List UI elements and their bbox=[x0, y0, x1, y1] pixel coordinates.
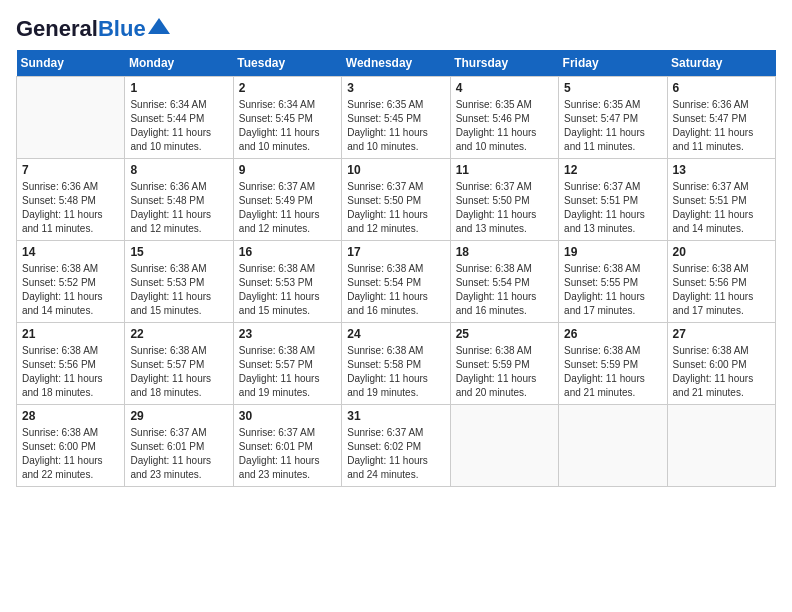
day-cell-20: 20Sunrise: 6:38 AM Sunset: 5:56 PM Dayli… bbox=[667, 241, 775, 323]
column-header-saturday: Saturday bbox=[667, 50, 775, 77]
calendar-week-3: 21Sunrise: 6:38 AM Sunset: 5:56 PM Dayli… bbox=[17, 323, 776, 405]
day-cell-27: 27Sunrise: 6:38 AM Sunset: 6:00 PM Dayli… bbox=[667, 323, 775, 405]
calendar-week-4: 28Sunrise: 6:38 AM Sunset: 6:00 PM Dayli… bbox=[17, 405, 776, 487]
column-header-tuesday: Tuesday bbox=[233, 50, 341, 77]
day-info: Sunrise: 6:37 AM Sunset: 5:51 PM Dayligh… bbox=[564, 180, 661, 236]
day-cell-9: 9Sunrise: 6:37 AM Sunset: 5:49 PM Daylig… bbox=[233, 159, 341, 241]
day-cell-29: 29Sunrise: 6:37 AM Sunset: 6:01 PM Dayli… bbox=[125, 405, 233, 487]
day-info: Sunrise: 6:38 AM Sunset: 5:58 PM Dayligh… bbox=[347, 344, 444, 400]
day-cell-30: 30Sunrise: 6:37 AM Sunset: 6:01 PM Dayli… bbox=[233, 405, 341, 487]
day-info: Sunrise: 6:36 AM Sunset: 5:48 PM Dayligh… bbox=[22, 180, 119, 236]
day-info: Sunrise: 6:35 AM Sunset: 5:45 PM Dayligh… bbox=[347, 98, 444, 154]
calendar-week-2: 14Sunrise: 6:38 AM Sunset: 5:52 PM Dayli… bbox=[17, 241, 776, 323]
page-header: GeneralBlue bbox=[16, 16, 776, 42]
day-cell-7: 7Sunrise: 6:36 AM Sunset: 5:48 PM Daylig… bbox=[17, 159, 125, 241]
empty-cell bbox=[667, 405, 775, 487]
day-number: 6 bbox=[673, 81, 770, 95]
day-cell-23: 23Sunrise: 6:38 AM Sunset: 5:57 PM Dayli… bbox=[233, 323, 341, 405]
day-info: Sunrise: 6:38 AM Sunset: 6:00 PM Dayligh… bbox=[22, 426, 119, 482]
day-cell-15: 15Sunrise: 6:38 AM Sunset: 5:53 PM Dayli… bbox=[125, 241, 233, 323]
day-number: 16 bbox=[239, 245, 336, 259]
day-info: Sunrise: 6:37 AM Sunset: 6:02 PM Dayligh… bbox=[347, 426, 444, 482]
day-cell-4: 4Sunrise: 6:35 AM Sunset: 5:46 PM Daylig… bbox=[450, 77, 558, 159]
calendar-week-1: 7Sunrise: 6:36 AM Sunset: 5:48 PM Daylig… bbox=[17, 159, 776, 241]
day-cell-12: 12Sunrise: 6:37 AM Sunset: 5:51 PM Dayli… bbox=[559, 159, 667, 241]
day-info: Sunrise: 6:38 AM Sunset: 5:59 PM Dayligh… bbox=[456, 344, 553, 400]
logo-text: GeneralBlue bbox=[16, 16, 146, 42]
day-number: 10 bbox=[347, 163, 444, 177]
day-info: Sunrise: 6:35 AM Sunset: 5:46 PM Dayligh… bbox=[456, 98, 553, 154]
day-info: Sunrise: 6:37 AM Sunset: 5:51 PM Dayligh… bbox=[673, 180, 770, 236]
day-info: Sunrise: 6:38 AM Sunset: 5:56 PM Dayligh… bbox=[673, 262, 770, 318]
day-info: Sunrise: 6:37 AM Sunset: 6:01 PM Dayligh… bbox=[130, 426, 227, 482]
day-info: Sunrise: 6:37 AM Sunset: 5:49 PM Dayligh… bbox=[239, 180, 336, 236]
day-number: 28 bbox=[22, 409, 119, 423]
day-number: 26 bbox=[564, 327, 661, 341]
day-info: Sunrise: 6:38 AM Sunset: 5:57 PM Dayligh… bbox=[130, 344, 227, 400]
logo-icon bbox=[148, 18, 170, 34]
calendar-week-0: 1Sunrise: 6:34 AM Sunset: 5:44 PM Daylig… bbox=[17, 77, 776, 159]
day-number: 23 bbox=[239, 327, 336, 341]
day-cell-18: 18Sunrise: 6:38 AM Sunset: 5:54 PM Dayli… bbox=[450, 241, 558, 323]
day-number: 25 bbox=[456, 327, 553, 341]
day-number: 22 bbox=[130, 327, 227, 341]
day-info: Sunrise: 6:34 AM Sunset: 5:45 PM Dayligh… bbox=[239, 98, 336, 154]
day-cell-22: 22Sunrise: 6:38 AM Sunset: 5:57 PM Dayli… bbox=[125, 323, 233, 405]
day-cell-19: 19Sunrise: 6:38 AM Sunset: 5:55 PM Dayli… bbox=[559, 241, 667, 323]
day-info: Sunrise: 6:38 AM Sunset: 5:53 PM Dayligh… bbox=[239, 262, 336, 318]
day-number: 13 bbox=[673, 163, 770, 177]
day-cell-6: 6Sunrise: 6:36 AM Sunset: 5:47 PM Daylig… bbox=[667, 77, 775, 159]
calendar-table: SundayMondayTuesdayWednesdayThursdayFrid… bbox=[16, 50, 776, 487]
empty-cell bbox=[17, 77, 125, 159]
day-number: 1 bbox=[130, 81, 227, 95]
day-info: Sunrise: 6:37 AM Sunset: 5:50 PM Dayligh… bbox=[347, 180, 444, 236]
day-cell-16: 16Sunrise: 6:38 AM Sunset: 5:53 PM Dayli… bbox=[233, 241, 341, 323]
day-info: Sunrise: 6:38 AM Sunset: 5:53 PM Dayligh… bbox=[130, 262, 227, 318]
day-cell-1: 1Sunrise: 6:34 AM Sunset: 5:44 PM Daylig… bbox=[125, 77, 233, 159]
day-number: 31 bbox=[347, 409, 444, 423]
day-cell-31: 31Sunrise: 6:37 AM Sunset: 6:02 PM Dayli… bbox=[342, 405, 450, 487]
day-info: Sunrise: 6:36 AM Sunset: 5:48 PM Dayligh… bbox=[130, 180, 227, 236]
day-number: 21 bbox=[22, 327, 119, 341]
day-number: 15 bbox=[130, 245, 227, 259]
day-info: Sunrise: 6:37 AM Sunset: 6:01 PM Dayligh… bbox=[239, 426, 336, 482]
day-cell-14: 14Sunrise: 6:38 AM Sunset: 5:52 PM Dayli… bbox=[17, 241, 125, 323]
day-number: 7 bbox=[22, 163, 119, 177]
day-info: Sunrise: 6:38 AM Sunset: 5:54 PM Dayligh… bbox=[347, 262, 444, 318]
column-header-monday: Monday bbox=[125, 50, 233, 77]
column-header-thursday: Thursday bbox=[450, 50, 558, 77]
day-number: 9 bbox=[239, 163, 336, 177]
day-cell-11: 11Sunrise: 6:37 AM Sunset: 5:50 PM Dayli… bbox=[450, 159, 558, 241]
day-cell-26: 26Sunrise: 6:38 AM Sunset: 5:59 PM Dayli… bbox=[559, 323, 667, 405]
day-info: Sunrise: 6:38 AM Sunset: 6:00 PM Dayligh… bbox=[673, 344, 770, 400]
day-cell-5: 5Sunrise: 6:35 AM Sunset: 5:47 PM Daylig… bbox=[559, 77, 667, 159]
day-number: 14 bbox=[22, 245, 119, 259]
day-number: 3 bbox=[347, 81, 444, 95]
day-cell-10: 10Sunrise: 6:37 AM Sunset: 5:50 PM Dayli… bbox=[342, 159, 450, 241]
calendar-header-row: SundayMondayTuesdayWednesdayThursdayFrid… bbox=[17, 50, 776, 77]
day-cell-17: 17Sunrise: 6:38 AM Sunset: 5:54 PM Dayli… bbox=[342, 241, 450, 323]
day-number: 18 bbox=[456, 245, 553, 259]
day-number: 30 bbox=[239, 409, 336, 423]
day-number: 4 bbox=[456, 81, 553, 95]
column-header-sunday: Sunday bbox=[17, 50, 125, 77]
day-info: Sunrise: 6:34 AM Sunset: 5:44 PM Dayligh… bbox=[130, 98, 227, 154]
logo: GeneralBlue bbox=[16, 16, 170, 42]
day-number: 2 bbox=[239, 81, 336, 95]
day-cell-24: 24Sunrise: 6:38 AM Sunset: 5:58 PM Dayli… bbox=[342, 323, 450, 405]
day-number: 29 bbox=[130, 409, 227, 423]
day-number: 27 bbox=[673, 327, 770, 341]
day-info: Sunrise: 6:38 AM Sunset: 5:52 PM Dayligh… bbox=[22, 262, 119, 318]
day-info: Sunrise: 6:38 AM Sunset: 5:56 PM Dayligh… bbox=[22, 344, 119, 400]
day-info: Sunrise: 6:36 AM Sunset: 5:47 PM Dayligh… bbox=[673, 98, 770, 154]
day-number: 24 bbox=[347, 327, 444, 341]
logo-general: General bbox=[16, 16, 98, 41]
day-cell-8: 8Sunrise: 6:36 AM Sunset: 5:48 PM Daylig… bbox=[125, 159, 233, 241]
column-header-friday: Friday bbox=[559, 50, 667, 77]
day-cell-28: 28Sunrise: 6:38 AM Sunset: 6:00 PM Dayli… bbox=[17, 405, 125, 487]
day-number: 17 bbox=[347, 245, 444, 259]
day-cell-2: 2Sunrise: 6:34 AM Sunset: 5:45 PM Daylig… bbox=[233, 77, 341, 159]
day-cell-3: 3Sunrise: 6:35 AM Sunset: 5:45 PM Daylig… bbox=[342, 77, 450, 159]
day-number: 5 bbox=[564, 81, 661, 95]
day-number: 12 bbox=[564, 163, 661, 177]
